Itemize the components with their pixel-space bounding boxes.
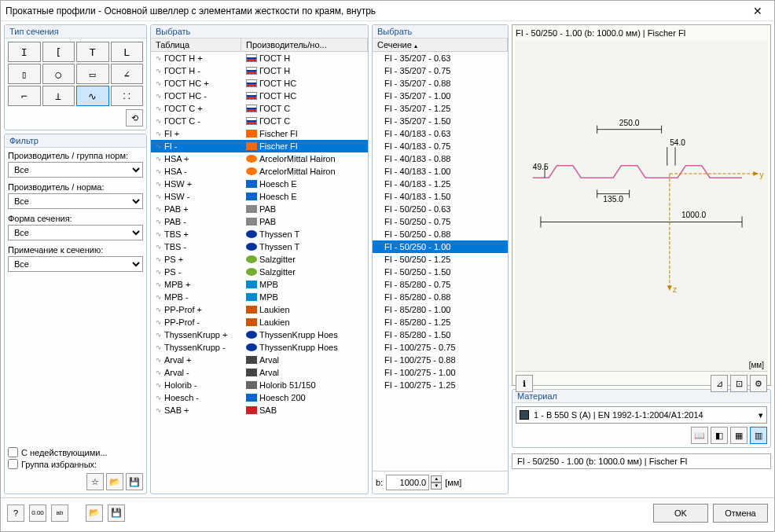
- filter-icon-2[interactable]: 📂: [106, 473, 123, 490]
- table-row[interactable]: ∿HSW +Hoesch E: [151, 178, 368, 190]
- table-row[interactable]: FI - 50/250 - 1.00: [373, 240, 508, 253]
- table-row[interactable]: ∿ГОСТ Н +ГОСТ Н: [151, 52, 368, 64]
- table-row[interactable]: FI - 40/183 - 1.00: [373, 165, 508, 178]
- table-row[interactable]: FI - 100/275 - 0.88: [373, 354, 508, 366]
- b-spin-down[interactable]: ▼: [431, 482, 442, 490]
- table-row[interactable]: FI - 50/250 - 0.88: [373, 228, 508, 240]
- table-row[interactable]: FI - 40/183 - 0.88: [373, 152, 508, 165]
- table-row[interactable]: ∿MPB +MPB: [151, 278, 368, 291]
- table-row[interactable]: ∿PAB +PAB: [151, 203, 368, 215]
- table-row[interactable]: FI - 35/207 - 0.88: [373, 77, 508, 90]
- norm-icon[interactable]: ab: [51, 504, 68, 522]
- table-row[interactable]: ∿PS -Salzgitter: [151, 266, 368, 278]
- cancel-button[interactable]: Отмена: [713, 504, 768, 523]
- filter-mfr-group-select[interactable]: Все: [8, 162, 143, 178]
- filter-icon-1[interactable]: ☆: [86, 473, 104, 490]
- table-row[interactable]: FI - 50/250 - 1.50: [373, 266, 508, 278]
- table-row[interactable]: ∿SAB +SAB: [151, 404, 368, 416]
- table-row[interactable]: FI - 35/207 - 1.25: [373, 102, 508, 115]
- material-edit-icon[interactable]: ▥: [750, 427, 767, 444]
- table-row[interactable]: ∿MPB -MPB: [151, 291, 368, 303]
- table-row[interactable]: FI - 50/250 - 1.25: [373, 253, 508, 266]
- table-row[interactable]: ∿TBS -Thyssen T: [151, 240, 368, 253]
- table-row[interactable]: ∿FI -Fischer FI: [151, 140, 368, 152]
- table-row[interactable]: ∿HSA +ArcelorMittal Hairon: [151, 152, 368, 165]
- table1-body[interactable]: ∿ГОСТ Н +ГОСТ Н∿ГОСТ Н -ГОСТ Н∿ГОСТ НС +…: [151, 52, 368, 493]
- table-row[interactable]: FI - 35/207 - 1.00: [373, 90, 508, 102]
- filter-mfr-norm-select[interactable]: Все: [8, 193, 143, 209]
- shape-rail-icon[interactable]: ⊥: [42, 86, 75, 106]
- table-row[interactable]: FI - 40/183 - 1.50: [373, 190, 508, 203]
- th-table[interactable]: Таблица: [151, 39, 241, 51]
- ok-button[interactable]: OK: [653, 504, 708, 523]
- shape-corrugated-icon[interactable]: ∿: [76, 86, 109, 106]
- table-row[interactable]: FI - 40/183 - 0.63: [373, 127, 508, 140]
- open-icon[interactable]: 📂: [86, 504, 103, 522]
- table-row[interactable]: FI - 85/280 - 1.00: [373, 303, 508, 316]
- table-row[interactable]: ∿Arval -Arval: [151, 366, 368, 379]
- table-row[interactable]: ∿ГОСТ Н -ГОСТ Н: [151, 64, 368, 77]
- table2-body[interactable]: FI - 35/207 - 0.63FI - 35/207 - 0.75FI -…: [373, 52, 508, 471]
- help-icon[interactable]: ?: [7, 504, 24, 522]
- table-row[interactable]: ∿PP-Prof +Laukien: [151, 303, 368, 316]
- table-row[interactable]: FI - 100/275 - 1.00: [373, 366, 508, 379]
- material-select[interactable]: 1 - B 550 S (A) | EN 1992-1-1:2004/A1:20…: [516, 406, 767, 424]
- table-row[interactable]: ∿PAB -PAB: [151, 215, 368, 228]
- section-extra-icon[interactable]: ⟲: [126, 109, 143, 127]
- material-new-icon[interactable]: ◧: [711, 427, 728, 444]
- table-row[interactable]: FI - 100/275 - 0.75: [373, 341, 508, 354]
- table-row[interactable]: ∿Holorib -Holorib 51/150: [151, 379, 368, 391]
- b-input[interactable]: [386, 475, 429, 490]
- shape-misc-icon[interactable]: ⸬: [111, 86, 144, 106]
- table-row[interactable]: FI - 85/280 - 1.50: [373, 328, 508, 341]
- save-icon[interactable]: 💾: [108, 504, 125, 522]
- table-row[interactable]: FI - 40/183 - 0.75: [373, 140, 508, 152]
- table-row[interactable]: FI - 85/280 - 1.25: [373, 316, 508, 328]
- shape-rect-icon[interactable]: ▭: [76, 64, 109, 84]
- table-row[interactable]: ∿ГОСТ С -ГОСТ С: [151, 115, 368, 127]
- table-row[interactable]: ∿ГОСТ С +ГОСТ С: [151, 102, 368, 115]
- table-row[interactable]: ∿FI +Fischer FI: [151, 127, 368, 140]
- table-row[interactable]: ∿ThyssenKrupp +ThyssenKrupp Hoes: [151, 328, 368, 341]
- view-icon-1[interactable]: ⊿: [711, 375, 728, 392]
- table-row[interactable]: ∿ГОСТ НС +ГОСТ НС: [151, 77, 368, 90]
- b-spin-up[interactable]: ▲: [431, 475, 442, 482]
- material-import-icon[interactable]: ▦: [730, 427, 747, 444]
- filter-icon-3[interactable]: 💾: [126, 473, 143, 490]
- table-row[interactable]: ∿Arval +Arval: [151, 354, 368, 366]
- table-row[interactable]: ∿ГОСТ НС -ГОСТ НС: [151, 90, 368, 102]
- table-row[interactable]: ∿Hoesch -Hoesch 200: [151, 391, 368, 404]
- units-icon[interactable]: 0.00: [29, 504, 46, 522]
- table-row[interactable]: FI - 35/207 - 1.50: [373, 115, 508, 127]
- table-row[interactable]: FI - 50/250 - 0.63: [373, 203, 508, 215]
- close-icon[interactable]: ✕: [746, 5, 769, 17]
- table-row[interactable]: ∿PP-Prof -Laukien: [151, 316, 368, 328]
- filter-note-select[interactable]: Все: [8, 256, 143, 272]
- table-row[interactable]: ∿PS +Salzgitter: [151, 253, 368, 266]
- material-lib-icon[interactable]: 📖: [691, 427, 708, 444]
- shape-i-icon[interactable]: I: [8, 42, 41, 62]
- shape-angle-icon[interactable]: ∠: [111, 64, 144, 84]
- shape-o-icon[interactable]: ○: [42, 64, 75, 84]
- table-row[interactable]: ∿ThyssenKrupp -ThyssenKrupp Hoes: [151, 341, 368, 354]
- view-icon-2[interactable]: ⊡: [730, 375, 747, 392]
- info-icon[interactable]: ℹ: [516, 375, 533, 392]
- table-row[interactable]: FI - 50/250 - 0.75: [373, 215, 508, 228]
- cb-inactive[interactable]: [8, 447, 18, 457]
- th-manufacturer[interactable]: Производитель/но...: [241, 39, 368, 51]
- cb-favorites[interactable]: [8, 459, 18, 469]
- table-row[interactable]: FI - 35/207 - 0.75: [373, 64, 508, 77]
- shape-l-icon[interactable]: L: [111, 42, 144, 62]
- shape-t-icon[interactable]: T: [76, 42, 109, 62]
- table-row[interactable]: ∿HSW -Hoesch E: [151, 190, 368, 203]
- shape-box-icon[interactable]: ▯: [8, 64, 41, 84]
- table-row[interactable]: ∿HSA -ArcelorMittal Hairon: [151, 165, 368, 178]
- table-row[interactable]: FI - 40/183 - 1.25: [373, 178, 508, 190]
- table-row[interactable]: FI - 100/275 - 1.25: [373, 379, 508, 391]
- filter-shape-select[interactable]: Все: [8, 225, 143, 240]
- table-row[interactable]: ∿TBS +Thyssen T: [151, 228, 368, 240]
- table-row[interactable]: FI - 85/280 - 0.75: [373, 278, 508, 291]
- shape-c-icon[interactable]: [: [42, 42, 75, 62]
- view-icon-3[interactable]: ⚙: [750, 375, 767, 392]
- th-section[interactable]: Сечение ▴: [373, 39, 508, 51]
